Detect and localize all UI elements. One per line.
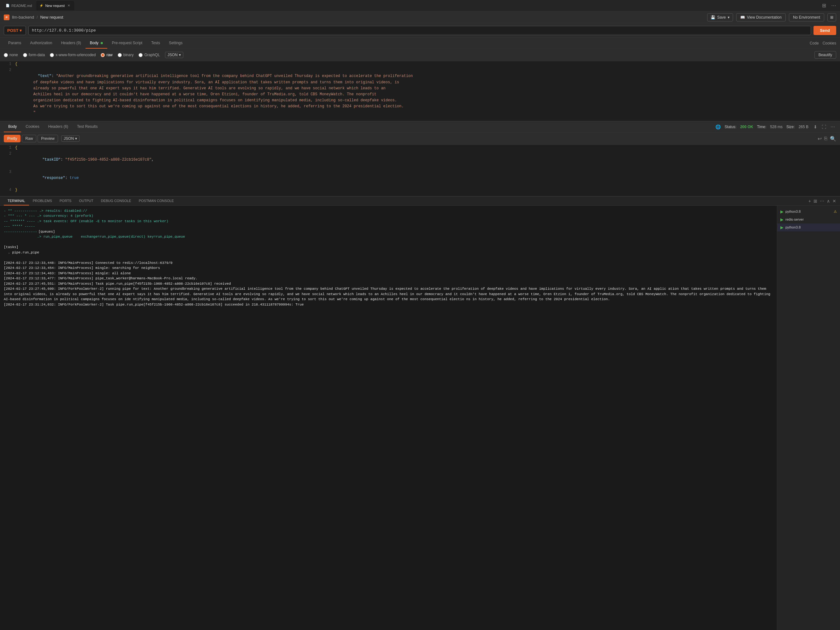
more-options-icon[interactable]: ⋯ — [830, 2, 837, 9]
response-tab-cookies[interactable]: Cookies — [21, 122, 44, 132]
save-button[interactable]: 💾 Save ▾ — [707, 13, 733, 22]
view-preview-button[interactable]: Preview — [38, 135, 58, 142]
copy-icon[interactable]: ⎘ — [824, 136, 827, 141]
terminal-tab-output[interactable]: OUTPUT — [75, 197, 97, 205]
minimize-terminal-icon[interactable]: ∧ — [827, 199, 830, 204]
view-doc-label: View Documentation — [747, 15, 782, 20]
terminal-empty-1 — [4, 240, 773, 245]
terminal-log-4: [2024-02-17 23:12:33,477: INFO/MainProce… — [4, 276, 773, 281]
readme-icon: 📄 — [6, 4, 9, 7]
terminal-sidebar: ▶ python3.8 ⚠ ▶ redis-server ▶ python3.8 — [777, 206, 840, 630]
terminal-tab-terminal[interactable]: TERMINAL — [4, 197, 29, 205]
close-icon[interactable]: ✕ — [66, 3, 71, 8]
search-response-icon[interactable]: 🔍 — [830, 136, 836, 142]
response-line-2: 2 "taskID": "f45f215b-1960-4852-a808-22c… — [0, 151, 840, 169]
response-tab-test-results[interactable]: Test Results — [73, 122, 102, 132]
response-tab-body[interactable]: Body — [4, 122, 21, 132]
request-body-editor[interactable]: 1 { 2 "text": "Another groundbreaking ge… — [0, 61, 840, 121]
terminal-body: - ** ----------- .> results: disabled://… — [0, 206, 840, 630]
tab-readme[interactable]: 📄 README.md — [3, 1, 35, 10]
format-label: JSON — [167, 53, 178, 57]
response-format-selector[interactable]: JSON ▾ — [61, 136, 79, 142]
response-line-4: 4 } — [0, 187, 840, 193]
more-icon[interactable]: ⋯ — [829, 124, 836, 130]
response-view-actions: ↩ ⎘ 🔍 — [818, 136, 836, 142]
option-urlencoded[interactable]: x-www-form-urlencoded — [50, 53, 96, 57]
expand-icon[interactable]: ⛶ — [820, 124, 827, 130]
response-line-1: 1 { — [0, 145, 840, 151]
response-view-options: Pretty Raw Preview JSON ▾ ↩ ⎘ 🔍 — [0, 133, 840, 145]
download-icon[interactable]: ⬇ — [812, 124, 818, 130]
option-raw[interactable]: raw — [101, 53, 112, 57]
status-label: Status: — [725, 125, 736, 129]
tab-pre-request[interactable]: Pre-request Script — [107, 38, 147, 49]
title-bar-actions: ⊞ ⋯ — [821, 2, 837, 9]
body-active-dot — [101, 42, 103, 44]
response-size: 265 B — [799, 125, 808, 129]
cookies-link[interactable]: Cookies — [823, 41, 836, 46]
wrap-icon[interactable]: ↩ — [818, 136, 822, 142]
code-content-1: { — [15, 61, 837, 67]
save-icon: 💾 — [711, 15, 715, 20]
view-documentation-button[interactable]: 📖 View Documentation — [736, 13, 786, 22]
split-terminal-icon[interactable]: ⊞ — [813, 199, 817, 204]
code-link[interactable]: Code — [810, 41, 819, 46]
tab-params[interactable]: Params — [4, 38, 25, 49]
breadcrumb-project[interactable]: llm-backend — [12, 15, 34, 20]
view-raw-button[interactable]: Raw — [22, 135, 36, 142]
beautify-button[interactable]: Beautify — [815, 51, 836, 59]
send-button[interactable]: Send — [813, 26, 836, 35]
option-none[interactable]: none — [4, 53, 18, 57]
terminal-line-2: - *** --- * --- .> concurrency: 4 (prefo… — [4, 213, 773, 219]
terminal-tab-postman[interactable]: POSTMAN CONSOLE — [135, 197, 178, 205]
breadcrumb-actions: 💾 Save ▾ 📖 View Documentation No Environ… — [707, 13, 836, 22]
line-num-1: 1 — [3, 61, 11, 67]
tab-tests[interactable]: Tests — [147, 38, 164, 49]
tab-headers[interactable]: Headers (9) — [57, 38, 85, 49]
response-code-viewer: 1 { 2 "taskID": "f45f215b-1960-4852-a808… — [0, 145, 840, 196]
response-format-label: JSON — [64, 136, 74, 141]
url-input[interactable] — [28, 26, 811, 35]
tab-body[interactable]: Body — [85, 38, 107, 49]
doc-icon: 📖 — [740, 15, 745, 20]
tab-settings[interactable]: Settings — [164, 38, 187, 49]
close-terminal-icon[interactable]: ✕ — [832, 199, 836, 204]
request-tabs: Params Authorization Headers (9) Body Pr… — [0, 38, 840, 49]
breadcrumb-current: New request — [40, 15, 63, 20]
terminal-section: TERMINAL PROBLEMS PORTS OUTPUT DEBUG CON… — [0, 196, 840, 630]
terminal-task-1: . pipe.run_pipe — [4, 250, 773, 255]
size-label: Size: — [786, 125, 795, 129]
save-label: Save — [717, 15, 726, 20]
save-dropdown-icon[interactable]: ▾ — [728, 15, 729, 20]
option-form-data[interactable]: form-data — [23, 53, 45, 57]
terminal-header: TERMINAL PROBLEMS PORTS OUTPUT DEBUG CON… — [0, 197, 840, 206]
response-status-bar: 🌐 Status: 200 OK Time: 528 ms Size: 265 … — [715, 124, 836, 130]
body-format-selector[interactable]: JSON ▾ — [165, 52, 183, 58]
add-terminal-icon[interactable]: + — [808, 199, 811, 204]
view-pretty-button[interactable]: Pretty — [4, 135, 21, 142]
terminal-process-3[interactable]: ▶ python3.8 — [777, 223, 840, 231]
terminal-process-1[interactable]: ▶ python3.8 ⚠ — [777, 208, 840, 216]
option-binary[interactable]: binary — [118, 53, 134, 57]
option-graphql[interactable]: GraphQL — [139, 53, 159, 57]
terminal-more-icon[interactable]: ⋯ — [820, 199, 824, 204]
method-selector[interactable]: POST ▾ — [4, 26, 26, 35]
env-settings-icon[interactable]: ⊞ — [827, 13, 836, 22]
terminal-process-2[interactable]: ▶ redis-server — [777, 216, 840, 223]
split-editor-icon[interactable]: ⊞ — [821, 2, 827, 9]
terminal-tab-ports[interactable]: PORTS — [56, 197, 76, 205]
terminal-tab-debug[interactable]: DEBUG CONSOLE — [97, 197, 135, 205]
response-tab-headers[interactable]: Headers (6) — [44, 122, 73, 132]
tab-authorization[interactable]: Authorization — [25, 38, 57, 49]
response-section: Body Cookies Headers (6) Test Results 🌐 … — [0, 121, 840, 196]
title-bar: 📄 README.md ⚡ New request ✕ ⊞ ⋯ — [0, 0, 840, 11]
process-label-3: python3.8 — [785, 225, 801, 229]
environment-selector[interactable]: No Environment — [789, 13, 824, 22]
breadcrumb-separator: / — [36, 15, 38, 20]
terminal-line-1: - ** ----------- .> results: disabled:// — [4, 208, 773, 214]
code-content-2: "text": "Another groundbreaking generati… — [15, 67, 837, 121]
tab-new-request[interactable]: ⚡ New request ✕ — [36, 1, 74, 10]
terminal-tab-problems[interactable]: PROBLEMS — [29, 197, 56, 205]
beautify-label: Beautify — [818, 53, 832, 57]
project-icon: P — [4, 14, 9, 20]
